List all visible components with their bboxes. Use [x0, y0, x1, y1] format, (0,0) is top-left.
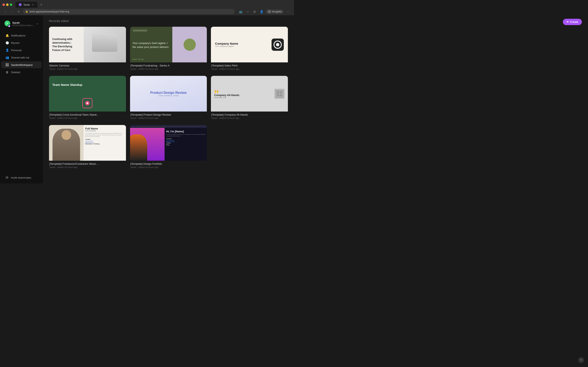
product-text-block: Product Design Review [Team members] · [… — [150, 91, 187, 97]
allhands-emoji: 🙌 — [214, 89, 274, 94]
allhands-title: Company All-Hands — [214, 94, 274, 97]
card-meta: Sarah · Edited 19 hours ago — [130, 117, 207, 119]
url-text: tome.app/sarahsworkspace?tab=org — [29, 10, 69, 13]
extension-button[interactable]: ⊞ — [252, 9, 258, 15]
sidebar-item-label: Notifications — [11, 34, 26, 37]
svg-rect-2 — [7, 63, 9, 65]
chevron-down-icon: ▼ — [36, 23, 38, 25]
card-meta: Sarah · Edited 19 hours ago — [130, 166, 207, 168]
portfolio-contact-title: Contact — [166, 138, 205, 140]
refresh-button[interactable]: ↻ — [16, 9, 21, 14]
card-sales[interactable]: Company Name Your company's tagline [Tem… — [211, 27, 288, 72]
maximize-button[interactable] — [10, 3, 12, 6]
trash-icon: 🗑 — [5, 70, 9, 74]
portfolio-person — [130, 134, 147, 161]
fundraising-left: [Company Name] Your company's brief tagl… — [130, 27, 172, 62]
card-electric[interactable]: Continuing with determination.: The Elec… — [49, 27, 126, 72]
sidebar-item-notifications[interactable]: 🔔 Notifications — [1, 32, 42, 39]
portfolio-blog-title: Blog — [166, 144, 205, 146]
sidebar-item-label: Shared with me — [11, 56, 29, 59]
card-info-fundraising: [Template] Fundraising - Series A Sarah … — [130, 62, 207, 72]
bell-icon: 🔔 — [5, 34, 9, 37]
incognito-icon — [268, 10, 271, 13]
logo-circle-outer — [274, 41, 282, 49]
fundraising-right — [172, 27, 207, 62]
sidebar-item-shared[interactable]: 👥 Shared with me — [1, 54, 42, 61]
new-tab-button[interactable]: + — [38, 2, 44, 8]
freelancer-person — [49, 125, 84, 161]
window-grid-icon — [276, 90, 283, 98]
section-title: Recently edited — [49, 19, 288, 23]
card-freelancer[interactable]: Full Name Area of Expertise A 2-3 senten… — [49, 125, 126, 170]
portfolio-bar-dot — [134, 126, 135, 127]
standup-title: Team Name Standup — [52, 83, 82, 87]
person-silhouette — [52, 129, 80, 161]
card-thumbnail-fundraising: [Company Name] Your company's brief tagl… — [130, 27, 207, 62]
card-allhands[interactable]: 🙌 Company All-Hands Month Day, Year — [211, 76, 288, 121]
portfolio-content: Hi, I'm [Name] Introduce yourself and yo… — [164, 128, 207, 161]
card-title: [Template] Product Design Review — [130, 113, 207, 116]
forward-button[interactable]: → — [10, 9, 15, 14]
window-pane — [277, 94, 279, 96]
sidebar-item-label: SarahsWorkspace — [11, 63, 33, 67]
fundraising-company-label: [Company Name] — [132, 29, 148, 32]
sidebar-item-label: Deleted — [11, 71, 20, 74]
sales-company: Company Name — [215, 42, 238, 45]
profile-button[interactable]: 👤 — [259, 9, 264, 15]
user-menu-trigger[interactable]: S Sarah 8263e52a@moodjoy.c... ▼ — [2, 19, 40, 29]
card-standup[interactable]: ··· Team Name Standup [Template] Cross-f… — [49, 76, 126, 121]
sidebar-item-label: Recent — [11, 42, 19, 44]
active-tab[interactable]: Tome ✕ — [16, 2, 38, 8]
menu-button[interactable]: ⋮ — [285, 9, 291, 15]
sidebar-item-deleted[interactable]: 🗑 Deleted — [1, 69, 42, 76]
person-icon: 👤 — [5, 48, 9, 52]
card-info-standup: [Template] Cross-functional Team Stand..… — [49, 111, 126, 121]
sidebar-item-personal[interactable]: 👤 Personal — [1, 47, 42, 54]
card-portfolio[interactable]: Hi, I'm [Name] Introduce yourself and yo… — [130, 125, 207, 170]
logo-circle-inner — [276, 43, 279, 46]
inner-dot — [86, 102, 88, 104]
svg-rect-1 — [6, 63, 7, 65]
user-info: Sarah 8263e52a@moodjoy.c... — [12, 21, 34, 26]
allhands-left: 🙌 Company All-Hands Month Day, Year — [214, 89, 274, 99]
card-thumbnail-sales: Company Name Your company's tagline — [211, 27, 288, 62]
address-bar[interactable]: 🔒 tome.app/sarahsworkspace?tab=org — [23, 9, 234, 14]
card-title: [Template] Cross-functional Team Stand..… — [49, 113, 126, 116]
card-title: [Template] Company All-Hands — [211, 113, 287, 116]
avatar-badge — [8, 25, 11, 27]
portfolio-bio: Introduce yourself and your skills in 2-… — [166, 134, 205, 137]
freelancer-body: A 2-3 sentence overview of the freelance… — [85, 133, 124, 137]
fundraising-tagline: Your company's brief tagline + the value… — [132, 42, 170, 49]
card-title: [Template] Fundraising - Series A — [130, 64, 207, 67]
bookmark-button[interactable]: ☆ — [245, 9, 251, 15]
people-icon: 👥 — [5, 56, 9, 59]
window-pane — [280, 91, 282, 94]
card-meta: Sarah · Edited 19 hours ago — [211, 68, 287, 70]
card-fundraising[interactable]: [Company Name] Your company's brief tagl… — [130, 27, 207, 72]
back-button[interactable]: ← — [3, 9, 8, 14]
card-product[interactable]: Product Design Review [Team members] · [… — [130, 76, 207, 121]
main-content: Recently edited Continuing with determin… — [43, 15, 294, 184]
sidebar-item-recent[interactable]: 🕐 Recent — [1, 39, 42, 46]
card-info-sales: [Template] Sales Pitch Sarah · Edited 19… — [211, 62, 288, 72]
cast-button[interactable]: 📺 — [238, 9, 243, 15]
card-info-freelancer: [Template] Freelancer/Contractor About .… — [49, 161, 126, 170]
tab-close-button[interactable]: ✕ — [31, 3, 34, 6]
card-title: Electric Carrssss — [49, 64, 126, 67]
app-layout: S Sarah 8263e52a@moodjoy.c... ▼ 🔔 Notifi… — [0, 15, 294, 184]
minimize-button[interactable] — [6, 3, 9, 6]
electric-car-image — [84, 27, 126, 62]
incognito-label: Incognito — [272, 10, 282, 13]
portfolio-top-bar — [130, 125, 207, 128]
card-info-product: [Template] Product Design Review Sarah ·… — [130, 111, 207, 121]
portfolio-bar-dot — [132, 126, 132, 127]
close-button[interactable] — [2, 3, 5, 6]
sidebar-item-invite[interactable]: Invite teammates — [1, 174, 42, 181]
card-info-allhands: [Template] Company All-Hands Sarah · Edi… — [211, 111, 288, 121]
sidebar-item-workspace[interactable]: SarahsWorkspace — [1, 61, 42, 68]
sales-tagline: Your company's tagline — [215, 45, 238, 47]
sidebar: S Sarah 8263e52a@moodjoy.c... ▼ 🔔 Notifi… — [0, 15, 43, 184]
avatar-initials: S — [7, 22, 8, 25]
card-meta: Sarah · Edited 19 hours ago — [49, 117, 126, 119]
fundraising-circle-logo — [183, 39, 196, 51]
